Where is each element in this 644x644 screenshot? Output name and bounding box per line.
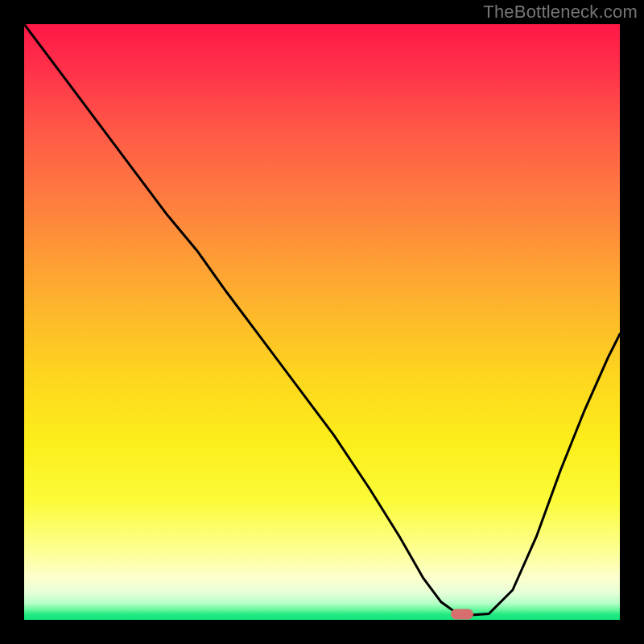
plot-area bbox=[24, 24, 620, 620]
curve-svg bbox=[24, 24, 620, 620]
watermark-text: TheBottleneck.com bbox=[483, 2, 638, 23]
chart-frame: TheBottleneck.com bbox=[0, 0, 644, 644]
optimal-point-marker bbox=[451, 609, 473, 620]
bottleneck-curve bbox=[24, 24, 620, 615]
